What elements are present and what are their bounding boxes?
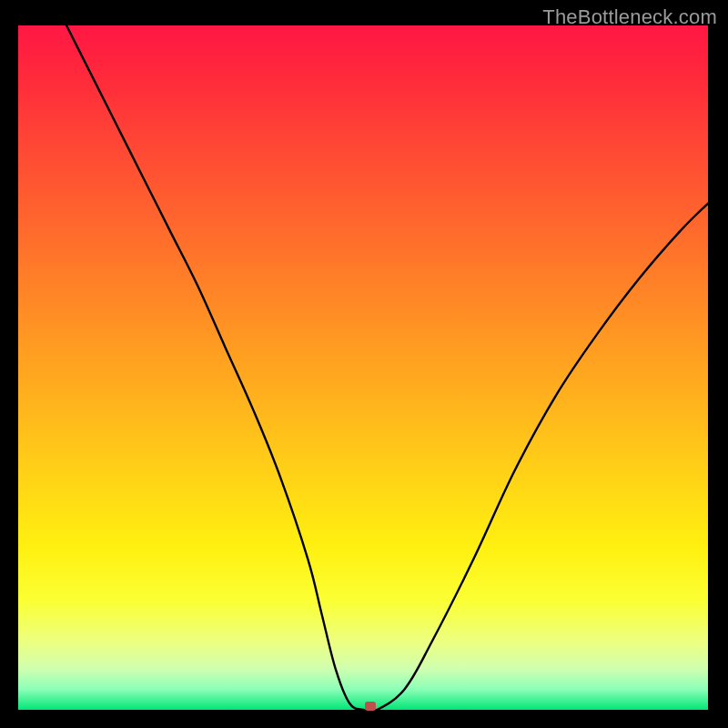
- plot-area: [18, 25, 708, 710]
- bottleneck-curve: [18, 25, 708, 710]
- chart-frame: TheBottleneck.com: [0, 0, 728, 728]
- optimal-point-marker: [365, 702, 376, 711]
